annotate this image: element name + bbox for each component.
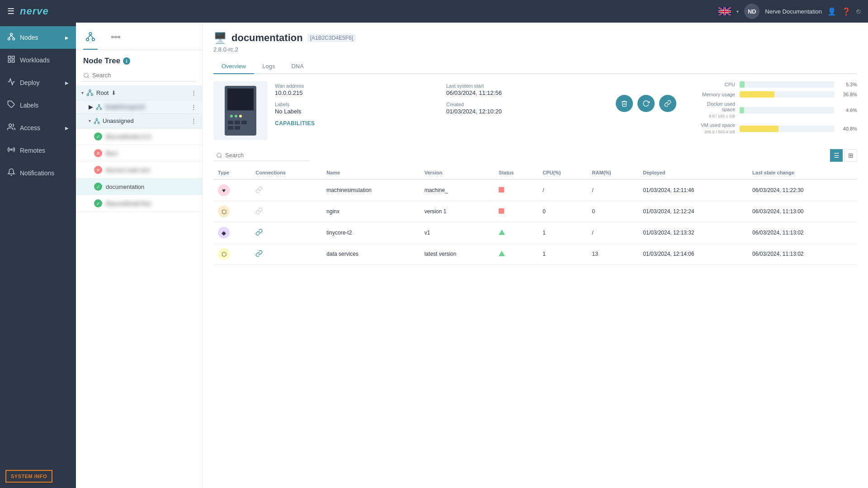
cell-connections	[251, 244, 322, 265]
svg-line-35	[95, 120, 97, 122]
language-chevron-icon[interactable]: ▾	[736, 9, 739, 14]
deploy-icon	[7, 78, 15, 88]
vm-row: VM used space 205.2 / 503.4 GB 40.8%	[694, 122, 857, 135]
list-item[interactable]: ✓ documentation	[76, 178, 202, 195]
status-icon-green: ✓	[94, 183, 102, 191]
labels-icon	[7, 100, 15, 110]
language-flag[interactable]	[718, 7, 731, 15]
logout-icon[interactable]: ⎋	[856, 7, 861, 15]
table-row[interactable]: ♥ machinesimulation machine_ / / 01/03/2…	[213, 179, 857, 201]
list-item[interactable]: ✓ BlurredNode1111	[76, 128, 202, 145]
grid-view-button[interactable]: ⊞	[844, 149, 857, 162]
doc-link[interactable]: Nerve Documentation	[765, 8, 822, 15]
sidebar-item-deploy[interactable]: Deploy ▶	[0, 71, 76, 94]
restart-button[interactable]	[637, 95, 655, 112]
svg-point-48	[217, 153, 221, 157]
svg-point-34	[98, 122, 99, 124]
vm-sub: 205.2 / 503.4 GB	[704, 130, 735, 134]
tree-search-input[interactable]	[81, 69, 197, 82]
tree-root-header[interactable]: ▾ Root ⬇ ⋮	[76, 85, 202, 100]
unlink-icon	[255, 186, 263, 193]
search-icon	[216, 152, 222, 159]
cpu-row: CPU 5.3%	[694, 81, 857, 88]
node-version: 2.8.0-rc.2	[213, 46, 857, 53]
sidebar-item-labels[interactable]: Labels	[0, 94, 76, 117]
docker-sub: 8.9 / 195.1 GB	[709, 114, 735, 118]
cpu-pct: 5.3%	[839, 82, 857, 87]
sub-more-icon[interactable]: ⋮	[191, 103, 197, 110]
cell-connections	[251, 179, 322, 201]
wan-address-label: Wan address	[275, 83, 435, 89]
root-more-icon[interactable]: ⋮	[191, 89, 197, 96]
sidebar-item-workloads[interactable]: Workloads	[0, 49, 76, 71]
cell-cpu: 0	[538, 201, 587, 222]
tree-unassigned-header[interactable]: ▾ Unassigned ⋮	[76, 114, 202, 128]
docker-pct: 4.6%	[839, 108, 857, 113]
svg-point-19	[118, 36, 120, 38]
vm-label: VM used space	[694, 122, 735, 128]
svg-line-15	[88, 35, 90, 38]
docker-bar-wrap	[740, 107, 835, 113]
docker-bar	[740, 107, 744, 113]
tree-tab-network[interactable]	[108, 28, 123, 49]
link-icon	[255, 250, 263, 257]
sidebar-item-notifications[interactable]: Notifications	[0, 162, 76, 184]
labels-label: Labels	[275, 102, 435, 107]
cell-ram: 13	[588, 244, 639, 265]
tab-logs[interactable]: Logs	[254, 59, 283, 74]
svg-point-2	[13, 38, 15, 40]
cell-deployed: 01/03/2024, 12:12:24	[638, 201, 748, 222]
cpu-bar	[740, 81, 745, 88]
docker-row: Docker used space 8.9 / 195.1 GB 4.6%	[694, 101, 857, 119]
status-green-icon	[499, 230, 505, 235]
avatar[interactable]: ND	[744, 4, 760, 19]
list-view-button[interactable]: ☰	[830, 149, 843, 162]
node-id-badge: [A1B2C3D4E5F6]	[307, 34, 356, 42]
col-connections: Connections	[251, 166, 322, 179]
table-row[interactable]: ⬡ nginx version 1 0 0 01/03/2024, 12:12:…	[213, 201, 857, 222]
unassigned-more-icon[interactable]: ⋮	[191, 117, 197, 124]
svg-point-13	[86, 38, 89, 41]
svg-rect-47	[235, 126, 240, 130]
node-name-documentation: documentation	[106, 183, 144, 190]
list-item[interactable]: ✓ BlauredNodeTest	[76, 195, 202, 212]
link-button[interactable]	[659, 95, 676, 112]
sidebar-item-access[interactable]: Access ▶	[0, 117, 76, 139]
hamburger-menu[interactable]: ☰	[7, 6, 14, 16]
list-item[interactable]: ✕ blurred node text	[76, 162, 202, 178]
workload-search-input[interactable]	[225, 152, 307, 159]
memory-pct: 36.8%	[839, 92, 857, 97]
system-info-button[interactable]: SYSTEM INFO	[5, 470, 52, 483]
tree-info-icon[interactable]: i	[123, 57, 130, 65]
device-actions	[616, 81, 676, 140]
svg-rect-46	[228, 126, 233, 130]
user-icon[interactable]: 👤	[827, 7, 836, 16]
table-row[interactable]: ◆ tinycore-t2 v1 1 / 01/03/2024, 12:13:3…	[213, 222, 857, 244]
help-icon[interactable]: ❓	[842, 7, 851, 16]
tree-sub-header[interactable]: ▶ NodeGroup123 ⋮	[76, 100, 202, 114]
nodes-arrow-icon: ▶	[65, 35, 69, 40]
sidebar-item-nodes[interactable]: Nodes ▶	[0, 26, 76, 49]
svg-point-41	[235, 115, 237, 117]
list-item[interactable]: ✕ Blurr	[76, 145, 202, 162]
workloads-section: ☰ ⊞ Type Connections Name Version Status…	[213, 149, 857, 265]
workloads-table: Type Connections Name Version Status CPU…	[213, 166, 857, 265]
svg-point-27	[98, 104, 100, 106]
table-row[interactable]: ⬡ data services latest version 1 13 01/0…	[213, 244, 857, 265]
col-status: Status	[494, 166, 538, 179]
delete-button[interactable]	[616, 95, 633, 112]
last-system-start-value: 06/03/2024, 11:12:56	[446, 89, 607, 96]
tab-dna[interactable]: DNA	[283, 59, 311, 74]
cell-type: ⬡	[213, 244, 251, 265]
tab-overview[interactable]: Overview	[213, 59, 254, 74]
svg-rect-43	[228, 121, 233, 124]
download-icon[interactable]: ⬇	[111, 89, 116, 96]
cell-last-change: 06/03/2024, 11:13:02	[748, 244, 857, 265]
svg-line-4	[11, 35, 14, 38]
cell-connections	[251, 222, 322, 244]
tree-tab-nodes[interactable]	[83, 28, 98, 50]
svg-line-31	[99, 106, 101, 108]
sidebar-item-remotes[interactable]: Remotes	[0, 139, 76, 162]
memory-bar-wrap	[740, 91, 835, 98]
capabilities-link[interactable]: CAPABILITIES	[275, 120, 607, 127]
